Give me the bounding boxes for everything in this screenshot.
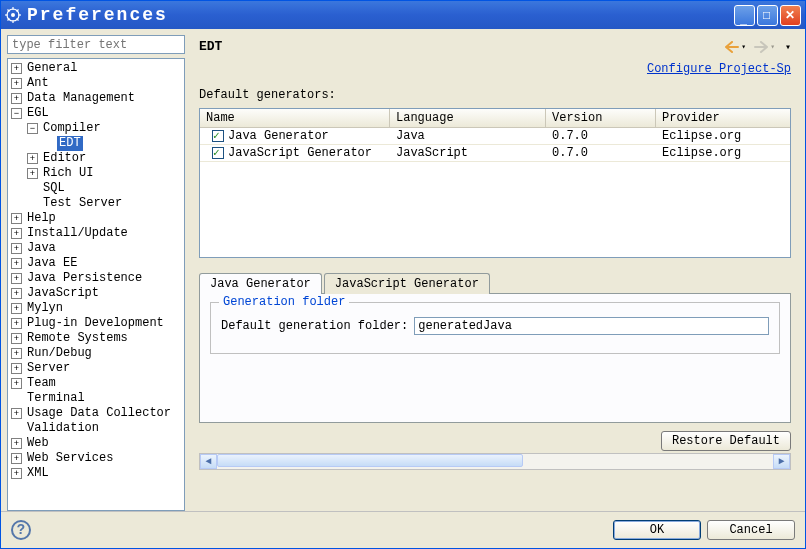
table-row[interactable]: JavaScript GeneratorJavaScript0.7.0Eclip…	[200, 145, 790, 162]
tree-item-rich-ui[interactable]: +Rich UI	[24, 166, 184, 181]
tree-item-label: EDT	[57, 136, 83, 151]
back-button[interactable]: ▾	[725, 41, 746, 53]
tree-item-java-ee[interactable]: +Java EE	[8, 256, 184, 271]
tree-item-label: Terminal	[25, 391, 87, 406]
col-provider[interactable]: Provider	[656, 109, 790, 127]
tree-item-remote-systems[interactable]: +Remote Systems	[8, 331, 184, 346]
tree-item-label: Server	[25, 361, 72, 376]
expand-icon[interactable]: +	[11, 468, 22, 479]
expand-icon[interactable]: +	[11, 243, 22, 254]
expand-icon[interactable]: +	[11, 318, 22, 329]
right-pane: EDT ▾ ▾ ▾ Configure Project-Sp Default g…	[191, 35, 799, 511]
scroll-thumb[interactable]	[217, 454, 523, 467]
expand-icon[interactable]: +	[11, 288, 22, 299]
expand-icon[interactable]: +	[11, 453, 22, 464]
col-name[interactable]: Name	[200, 109, 390, 127]
expand-icon[interactable]: +	[11, 303, 22, 314]
tree-item-terminal[interactable]: Terminal	[8, 391, 184, 406]
tree-item-edt[interactable]: EDT	[40, 136, 184, 151]
tree-item-general[interactable]: +General	[8, 61, 184, 76]
expand-icon[interactable]: +	[27, 153, 38, 164]
collapse-icon[interactable]: −	[27, 123, 38, 134]
expand-icon[interactable]: +	[11, 333, 22, 344]
tree-item-java-persistence[interactable]: +Java Persistence	[8, 271, 184, 286]
expand-icon[interactable]: +	[11, 213, 22, 224]
expand-icon[interactable]: +	[11, 228, 22, 239]
col-version[interactable]: Version	[546, 109, 656, 127]
scroll-right-button[interactable]: ►	[773, 454, 790, 469]
ok-button[interactable]: OK	[613, 520, 701, 540]
tree-item-usage-data-collector[interactable]: +Usage Data Collector	[8, 406, 184, 421]
tree-item-editor[interactable]: +Editor	[24, 151, 184, 166]
tree-item-label: Help	[25, 211, 58, 226]
expand-icon[interactable]: +	[11, 273, 22, 284]
tree-item-label: Usage Data Collector	[25, 406, 173, 421]
tree-item-help[interactable]: +Help	[8, 211, 184, 226]
cancel-button[interactable]: Cancel	[707, 520, 795, 540]
tree-item-java[interactable]: +Java	[8, 241, 184, 256]
restore-defaults-button[interactable]: Restore Default	[661, 431, 791, 451]
expand-icon[interactable]: +	[11, 378, 22, 389]
minimize-button[interactable]: _	[734, 5, 755, 26]
tree-item-egl[interactable]: −EGL	[8, 106, 184, 121]
tree-item-web-services[interactable]: +Web Services	[8, 451, 184, 466]
tree-item-compiler[interactable]: −Compiler	[24, 121, 184, 136]
generation-folder-legend: Generation folder	[219, 295, 349, 309]
row-checkbox[interactable]	[212, 130, 224, 142]
tree-item-install-update[interactable]: +Install/Update	[8, 226, 184, 241]
tree-item-validation[interactable]: Validation	[8, 421, 184, 436]
scroll-left-button[interactable]: ◄	[200, 454, 217, 469]
tree-item-run-debug[interactable]: +Run/Debug	[8, 346, 184, 361]
expand-icon[interactable]: +	[11, 78, 22, 89]
tree-item-test-server[interactable]: Test Server	[24, 196, 184, 211]
cell-name: Java Generator	[228, 128, 329, 144]
tree-item-ant[interactable]: +Ant	[8, 76, 184, 91]
expand-icon[interactable]: +	[11, 363, 22, 374]
tree-item-label: Run/Debug	[25, 346, 94, 361]
generators-table: Name Language Version Provider Java Gene…	[199, 108, 791, 258]
close-button[interactable]: ✕	[780, 5, 801, 26]
filter-input[interactable]	[7, 35, 185, 54]
tree-item-plug-in-development[interactable]: +Plug-in Development	[8, 316, 184, 331]
default-generation-folder-input[interactable]	[414, 317, 769, 335]
tree-item-xml[interactable]: +XML	[8, 466, 184, 481]
help-button[interactable]: ?	[11, 520, 31, 540]
maximize-button[interactable]: □	[757, 5, 778, 26]
expand-icon[interactable]: +	[11, 93, 22, 104]
collapse-icon[interactable]: −	[11, 108, 22, 119]
expand-icon[interactable]: +	[11, 348, 22, 359]
generation-folder-group: Generation folder Default generation fol…	[210, 302, 780, 354]
tree-item-label: Java Persistence	[25, 271, 144, 286]
tree-item-data-management[interactable]: +Data Management	[8, 91, 184, 106]
expand-icon[interactable]: +	[27, 168, 38, 179]
forward-button[interactable]: ▾	[754, 41, 775, 53]
tree-item-sql[interactable]: SQL	[24, 181, 184, 196]
table-header: Name Language Version Provider	[200, 109, 790, 128]
expand-icon[interactable]: +	[11, 438, 22, 449]
configure-project-link[interactable]: Configure Project-Sp	[191, 58, 799, 84]
tree-item-team[interactable]: +Team	[8, 376, 184, 391]
preferences-tree[interactable]: +General+Ant+Data Management−EGL−Compile…	[7, 58, 185, 511]
col-language[interactable]: Language	[390, 109, 546, 127]
row-checkbox[interactable]	[212, 147, 224, 159]
tree-item-web[interactable]: +Web	[8, 436, 184, 451]
expand-icon[interactable]: +	[11, 258, 22, 269]
dialog-footer: ? OK Cancel	[1, 511, 805, 548]
tree-item-label: Install/Update	[25, 226, 130, 241]
tab-java-generator[interactable]: Java Generator	[199, 273, 322, 294]
tab-javascript-generator[interactable]: JavaScript Generator	[324, 273, 490, 294]
left-pane: +General+Ant+Data Management−EGL−Compile…	[7, 35, 185, 511]
expand-icon[interactable]: +	[11, 63, 22, 74]
tree-item-label: Java EE	[25, 256, 79, 271]
view-menu-button[interactable]: ▾	[785, 41, 791, 53]
expand-icon[interactable]: +	[11, 408, 22, 419]
tree-item-label: JavaScript	[25, 286, 101, 301]
horizontal-scrollbar[interactable]: ◄ ►	[199, 453, 791, 470]
tree-item-mylyn[interactable]: +Mylyn	[8, 301, 184, 316]
tree-item-label: Compiler	[41, 121, 103, 136]
tree-item-server[interactable]: +Server	[8, 361, 184, 376]
table-row[interactable]: Java GeneratorJava0.7.0Eclipse.org	[200, 128, 790, 145]
tree-item-javascript[interactable]: +JavaScript	[8, 286, 184, 301]
cell-language: Java	[390, 128, 546, 144]
preferences-window: Preferences _ □ ✕ +General+Ant+Data Mana…	[0, 0, 806, 549]
